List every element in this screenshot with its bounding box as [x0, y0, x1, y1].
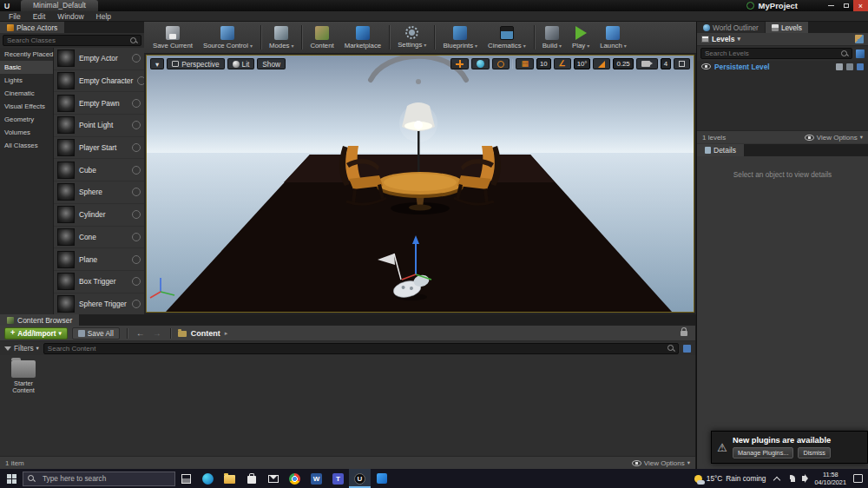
starter-content-folder[interactable]: Starter Content [7, 360, 40, 394]
cinematics-button[interactable]: Cinematics [483, 23, 531, 52]
place-actor-item[interactable]: Cube [54, 159, 144, 181]
tab-details[interactable]: Details [697, 144, 744, 156]
edge-app[interactable] [197, 469, 219, 488]
rotation-snap-value[interactable]: 10° [574, 58, 591, 69]
place-actor-item[interactable]: Empty Character [54, 70, 144, 93]
file-explorer-app[interactable] [219, 469, 240, 488]
chrome-app[interactable] [284, 469, 306, 488]
mail-app[interactable] [262, 469, 284, 488]
place-actor-item[interactable]: Plane [54, 248, 144, 271]
level-document-tab[interactable]: Minimal_Default [21, 0, 98, 11]
scale-snap-value[interactable]: 0.25 [613, 58, 633, 69]
paintbrush-icon[interactable] [855, 35, 864, 43]
network-icon[interactable] [786, 475, 795, 482]
add-import-button[interactable]: Add/Import [4, 327, 68, 340]
scale-snap-toggle[interactable] [593, 58, 610, 69]
maximize-viewport-button[interactable] [674, 58, 690, 69]
view-mode-button[interactable]: Lit [227, 58, 255, 69]
play-button[interactable]: Play [567, 23, 595, 52]
show-flags-button[interactable]: Show [257, 58, 286, 69]
manage-plugins-button[interactable]: Manage Plugins... [733, 447, 793, 458]
levels-view-options-button[interactable]: View Options [805, 134, 863, 142]
level-save-icon[interactable] [846, 63, 853, 70]
category-cinematic[interactable]: Cinematic [0, 87, 53, 100]
vscode-app[interactable] [371, 469, 392, 488]
visibility-eye-icon[interactable] [701, 63, 711, 69]
task-view-button[interactable] [175, 469, 197, 488]
category-volumes[interactable]: Volumes [0, 126, 53, 139]
menu-item[interactable]: File [3, 12, 27, 21]
filters-button[interactable]: Filters [4, 344, 39, 353]
place-actor-item[interactable]: Cone [54, 227, 144, 249]
content-asset-area[interactable]: Starter Content [0, 355, 695, 456]
chevron-right-icon[interactable] [225, 330, 228, 337]
modes-button[interactable]: Modes [264, 23, 299, 52]
blueprints-button[interactable]: Blueprints [437, 23, 483, 52]
place-actor-item[interactable]: Empty Actor [54, 48, 144, 70]
level-lock-icon[interactable] [836, 63, 843, 70]
category-all-classes[interactable]: All Classes [0, 139, 53, 152]
volume-icon[interactable] [802, 476, 806, 481]
store-app[interactable] [240, 469, 262, 488]
show-hidden-icons-chevron[interactable] [773, 476, 780, 483]
place-actors-tab[interactable]: Place Actors [0, 22, 64, 33]
world-local-toggle[interactable] [471, 58, 490, 69]
menu-item[interactable]: Help [90, 12, 117, 21]
source-control-button[interactable]: Source Control [198, 23, 258, 52]
search-classes-input[interactable] [3, 36, 130, 44]
viewport-options-button[interactable] [150, 58, 164, 69]
taskbar-clock[interactable]: 11:58 04/10/2021 [814, 471, 846, 486]
place-actor-item[interactable]: Empty Pawn [54, 92, 144, 115]
category-basic[interactable]: Basic [0, 61, 53, 74]
place-actor-item[interactable]: Cylinder [54, 204, 144, 227]
close-button[interactable] [853, 0, 868, 11]
tab-content-browser[interactable]: Content Browser [0, 314, 79, 326]
marketplace-button[interactable]: Marketplace [339, 23, 386, 52]
dismiss-button[interactable]: Dismiss [798, 447, 831, 458]
word-app[interactable] [306, 469, 327, 488]
save-all-button[interactable]: Save All [72, 327, 120, 340]
category-lights[interactable]: Lights [0, 74, 53, 87]
tab-levels[interactable]: Levels [766, 22, 808, 33]
menu-item[interactable]: Window [51, 12, 89, 21]
category-geometry[interactable]: Geometry [0, 113, 53, 126]
place-actor-item[interactable]: Player Start [54, 137, 144, 160]
search-content-input[interactable] [44, 345, 667, 353]
build-button[interactable]: Build [537, 23, 567, 52]
place-actor-item[interactable]: Point Light [54, 115, 144, 137]
camera-speed-value[interactable]: 4 [661, 58, 671, 69]
place-actor-item[interactable]: Box Trigger [54, 271, 144, 293]
grid-snap-toggle[interactable] [516, 58, 534, 69]
category-recently-placed[interactable]: Recently Placed [0, 48, 53, 61]
action-center-icon[interactable] [853, 474, 863, 483]
content-view-options-button[interactable]: View Options [632, 459, 690, 467]
place-actor-item[interactable]: Sphere [54, 181, 144, 204]
world-composition-icon[interactable] [856, 49, 865, 58]
content-button[interactable]: Content [305, 23, 339, 52]
settings-button[interactable]: Settings [392, 23, 431, 52]
grid-snap-value[interactable]: 10 [536, 58, 551, 69]
camera-mode-button[interactable]: Perspective [167, 58, 224, 69]
lock-icon[interactable] [681, 331, 687, 336]
weather-widget[interactable]: 15°C Rain coming [694, 474, 766, 483]
category-visual-effects[interactable]: Visual Effects [0, 100, 53, 113]
rotation-snap-toggle[interactable] [554, 58, 571, 69]
camera-speed-button[interactable] [636, 58, 658, 69]
forward-button[interactable] [151, 329, 163, 338]
back-button[interactable] [135, 329, 147, 338]
launch-button[interactable]: Launch [595, 23, 632, 52]
breadcrumb-content[interactable]: Content [191, 329, 220, 338]
minimize-button[interactable] [824, 0, 838, 11]
start-button[interactable] [0, 469, 23, 488]
search-levels-input[interactable] [701, 49, 841, 57]
taskbar-search-box[interactable]: Type here to search [23, 472, 175, 486]
unreal-editor-app[interactable] [349, 469, 371, 488]
levels-dropdown[interactable]: Levels [701, 35, 740, 43]
rotate-tool-button[interactable] [492, 58, 510, 69]
viewport-3d-scene[interactable]: Perspective Lit Show 10 10° 0.25 4 [146, 55, 694, 313]
level-row[interactable]: Persistent Level [697, 61, 868, 72]
tab-world-outliner[interactable]: World Outliner [697, 22, 765, 33]
place-actor-item[interactable]: Sphere Trigger [54, 293, 144, 314]
menu-item[interactable]: Edit [27, 12, 52, 21]
teams-app[interactable] [327, 469, 349, 488]
